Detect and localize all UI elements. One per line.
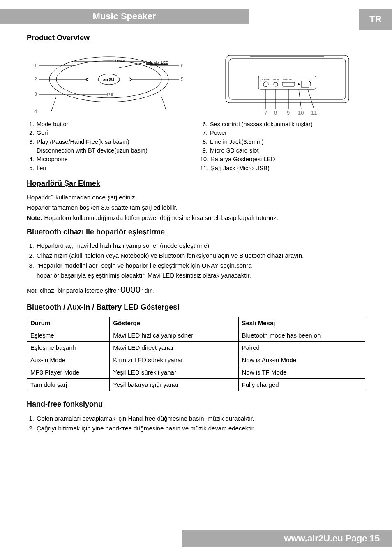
table-row: Eşleşme başarılıMavi LED direct yanarPai… <box>27 342 365 354</box>
charge-p1: Hoparlörü kullanmadan once şarj ediniz. <box>27 193 365 201</box>
svg-line-3 <box>51 97 56 111</box>
indicator-led-label: Indicator LED <box>146 60 168 65</box>
lang-code: TR <box>369 14 381 25</box>
footer-text: www.air2U.eu Page 15 <box>284 533 380 544</box>
table-header-row: Durum Gösterge Sesli Mesaj <box>27 317 365 329</box>
list-item: 1.Hoparlörü aç, mavi led hızlı hızlı yan… <box>27 241 365 250</box>
th-durum: Durum <box>27 317 110 329</box>
list-item: 8.Line in Jack(3.5mm) <box>200 138 365 146</box>
callout-6: 6 <box>181 62 183 69</box>
table-row: MP3 Player ModeYeşil LED sürekli yanarNo… <box>27 366 365 379</box>
th-sesli: Sesli Mesaj <box>238 317 365 329</box>
list-item: 10.Batarya Göstergesi LED <box>200 155 365 163</box>
svg-point-19 <box>274 82 278 86</box>
svg-point-18 <box>263 82 268 87</box>
front-diagram: MODE Indicator LED air2U 1 2 3 4 6 5 <box>27 47 183 117</box>
pw-code: 0000 <box>120 284 141 295</box>
microsd-port-label: Micro SD <box>283 78 292 81</box>
list-item: 7.Power <box>200 129 365 137</box>
led-status-table: Durum Gösterge Sesli Mesaj EşleşmeMavi L… <box>27 317 365 391</box>
content: Product Overview <box>27 33 365 434</box>
handfree-list: 1.Gelen aramaları cevaplamak için Hand-f… <box>27 414 365 432</box>
list-item: 2.Çağrıyı bitirmek için yine hand-free d… <box>27 424 365 432</box>
password-note: Not: cihaz, bir parola isterse şifre "00… <box>27 284 365 296</box>
diagrams-row: MODE Indicator LED air2U 1 2 3 4 6 5 <box>27 47 365 117</box>
svg-line-26 <box>308 89 314 109</box>
list-item: 9.Micro SD card slot <box>200 146 365 155</box>
footer-banner: www.air2U.eu Page 15 <box>182 530 392 547</box>
list-item: 11.Şarj Jack (Micro USB) <box>200 164 365 172</box>
svg-line-4 <box>161 97 166 111</box>
note-lead: Note: <box>27 214 42 221</box>
list-item: 4.Microphone <box>27 155 192 163</box>
th-gosterge: Gösterge <box>110 317 238 329</box>
callout-3: 3 <box>34 91 37 97</box>
list-item: 3."Hoparlör modelini adı" seçin ve hopar… <box>27 261 365 270</box>
list-item-sub: Disconnection with BT device(uzun basın) <box>37 146 192 155</box>
back-diagram: POWER LINE IN Micro SD 7 8 9 10 11 <box>209 47 365 117</box>
callout-1: 1 <box>34 62 37 69</box>
list-item-sub: hoparlör başarıyla eşleştirilmiş olacakt… <box>37 271 365 280</box>
table-row: EşleşmeMavi LED hızlıca yanıp sönerBluet… <box>27 329 365 342</box>
pw-post: " dır.. <box>141 287 155 294</box>
note-body: Hoparlörü kullanmadığınızda lütfen power… <box>42 214 278 221</box>
list-item: 5.İleri <box>27 164 192 172</box>
section-title-charge: Hoparlörü Şar Etmek <box>27 178 365 189</box>
list-item: 2.Geri <box>27 129 192 137</box>
logo-text: air2U <box>103 77 115 82</box>
section-title-handfree: Hand-free fonksiyonu <box>27 399 365 409</box>
lang-badge: TR <box>359 9 392 30</box>
list-item: 1.Mode button <box>27 120 192 128</box>
parts-left-col: 1.Mode button 2.Geri 3.Play /Pause/Hand … <box>27 120 192 173</box>
callout-10: 10 <box>298 110 304 116</box>
callout-11: 11 <box>311 110 317 116</box>
pw-pre: Not: cihaz, bir parola isterse şifre " <box>27 287 120 294</box>
table-row: Aux-In ModeKırmızı LED sürekli yanarNow … <box>27 354 365 366</box>
callout-5: 5 <box>181 76 183 82</box>
parts-list: 1.Mode button 2.Geri 3.Play /Pause/Hand … <box>27 120 365 173</box>
callout-7: 7 <box>264 110 267 116</box>
section-title-led: Bluetooth / Aux-in / Battery LED Gösterg… <box>27 302 365 312</box>
charge-p2: Hoparlör tamamen boşken 3,5 saatte tam ş… <box>27 203 365 212</box>
pair-list: 1.Hoparlörü aç, mavi led hızlı hızlı yan… <box>27 241 365 280</box>
list-item: 1.Gelen aramaları cevaplamak için Hand-f… <box>27 414 365 423</box>
linein-port-label: LINE IN <box>272 78 279 81</box>
header-title: Music Speaker <box>92 11 156 22</box>
svg-rect-20 <box>282 82 295 86</box>
mode-label: MODE <box>115 60 125 63</box>
list-item: 6.Ses control (hassas dokunmatik tuşlar) <box>200 120 365 128</box>
svg-line-25 <box>299 89 301 109</box>
callout-4: 4 <box>34 108 37 114</box>
power-port-label: POWER <box>262 78 270 81</box>
table-row: Tam dolu şarjYeşil batarya ışığı yanarFu… <box>27 379 365 391</box>
section-title-overview: Product Overview <box>27 33 365 43</box>
header-banner: Music Speaker <box>0 9 249 24</box>
callout-9: 9 <box>287 110 290 116</box>
section-title-pair: Bluetooth cihazı ile hoparlör eşleştirme <box>27 227 365 237</box>
callout-8: 8 <box>274 110 277 116</box>
charge-note: Note: Hoparlörü kullanmadığınızda lütfen… <box>27 213 365 222</box>
callout-2: 2 <box>34 76 37 82</box>
list-item: 3.Play /Pause/Hand Free(kısa basın) <box>27 138 192 146</box>
list-item: 2.Cihazınızın (akıllı telefon veya Noteb… <box>27 251 365 260</box>
parts-right-col: 6.Ses control (hassas dokunmatik tuşlar)… <box>200 120 365 173</box>
svg-point-21 <box>298 84 300 85</box>
